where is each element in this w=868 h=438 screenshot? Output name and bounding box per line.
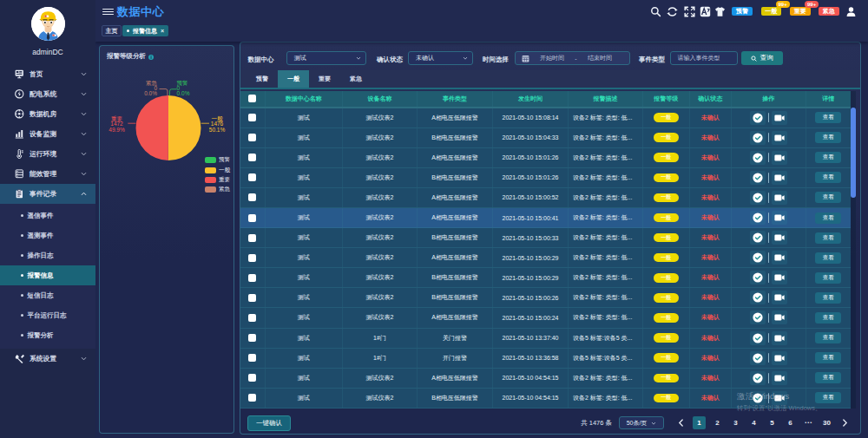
view-button[interactable]: 查看 (815, 212, 841, 224)
user-avatar-icon[interactable] (845, 6, 857, 17)
row-checkbox[interactable] (240, 329, 266, 348)
sidebar-subitem[interactable]: 平台运行日志 (0, 305, 95, 325)
legend-item[interactable]: 紧急 (205, 186, 230, 193)
view-button[interactable]: 查看 (815, 252, 841, 264)
sidebar-subitem[interactable]: 遥信事件 (0, 206, 95, 226)
page-size-select[interactable]: 50条/页 (619, 416, 664, 429)
table-row-4[interactable]: 测试测试仪表2A相电压低限报警2021-05-10 15:00:52设备2 标签… (240, 188, 851, 208)
video-action-button[interactable] (772, 191, 787, 205)
alarm-button-1[interactable]: 一般 (761, 7, 782, 16)
sidebar-subitem[interactable]: 操作日志 (0, 245, 95, 265)
tab-一般[interactable]: 一般 (278, 70, 309, 88)
view-button[interactable]: 查看 (815, 392, 841, 403)
row-checkbox[interactable] (240, 128, 266, 147)
video-action-button[interactable] (772, 231, 787, 245)
page-button-6[interactable]: 6 (784, 416, 797, 429)
confirm-action-button[interactable] (750, 271, 766, 284)
page-ellipsis[interactable]: ... (802, 416, 815, 429)
video-action-button[interactable] (772, 151, 787, 165)
sidebar-item-1[interactable]: 配电系统 (0, 84, 95, 104)
theme-icon[interactable] (714, 6, 726, 17)
row-checkbox[interactable] (240, 268, 266, 287)
page-button-1[interactable]: 1 (693, 416, 706, 429)
row-checkbox[interactable] (240, 168, 266, 187)
legend-item[interactable]: 重要 (205, 177, 230, 184)
view-button[interactable]: 查看 (815, 112, 841, 123)
confirm-select[interactable]: 未确认 (408, 51, 473, 65)
legend-item[interactable]: 一般 (205, 167, 230, 173)
sidebar-subitem[interactable]: 短信日志 (0, 285, 95, 305)
table-row-0[interactable]: 测试测试仪表2A相电压低限报警2021-05-10 15:08:14设备2 标签… (240, 108, 851, 128)
event-type-input[interactable]: 请输入事件类型 (670, 51, 738, 65)
video-action-button[interactable] (772, 251, 787, 265)
confirm-action-button[interactable] (750, 151, 766, 165)
table-row-9[interactable]: 测试测试仪表2B相电压低限报警2021-05-10 15:00:26设备2 标签… (240, 288, 851, 308)
video-action-button[interactable] (772, 311, 787, 324)
avatar[interactable] (31, 7, 65, 41)
confirm-action-button[interactable] (750, 371, 766, 385)
page-button-2[interactable]: 2 (711, 416, 724, 429)
table-row-1[interactable]: 测试测试仪表2B相电压低限报警2021-05-10 15:04:33设备2 标签… (240, 128, 851, 148)
sidebar-item-0[interactable]: 首页 (0, 64, 95, 84)
language-icon[interactable] (700, 6, 711, 17)
tab-重要[interactable]: 重要 (309, 70, 340, 88)
sidebar-subitem[interactable]: 遥测事件 (0, 226, 95, 245)
row-checkbox[interactable] (240, 148, 266, 167)
tab-紧急[interactable]: 紧急 (340, 70, 372, 88)
confirm-action-button[interactable] (750, 331, 766, 345)
view-button[interactable]: 查看 (815, 312, 841, 324)
row-checkbox[interactable] (240, 389, 266, 408)
row-checkbox[interactable] (240, 208, 266, 227)
sidebar-item-5[interactable]: 能效管理 (0, 164, 95, 184)
tab-预警[interactable]: 预警 (247, 70, 278, 88)
view-button[interactable]: 查看 (815, 232, 841, 244)
confirm-action-button[interactable] (750, 211, 766, 225)
confirm-action-button[interactable] (750, 231, 766, 245)
video-action-button[interactable] (772, 111, 787, 125)
video-action-button[interactable] (772, 371, 787, 385)
page-button-5[interactable]: 5 (766, 416, 779, 429)
table-row-5[interactable]: 测试测试仪表2A相电压低限报警2021-05-10 15:00:41设备2 标签… (240, 208, 851, 228)
video-action-button[interactable] (772, 331, 787, 345)
fullscreen-icon[interactable] (684, 6, 695, 17)
sidebar-item-6[interactable]: 事件记录 (0, 184, 95, 204)
page-button-30[interactable]: 30 (820, 416, 833, 429)
legend-item[interactable]: 预警 (205, 157, 230, 164)
video-action-button[interactable] (772, 131, 787, 145)
next-page-button[interactable] (838, 416, 852, 429)
confirm-action-button[interactable] (750, 111, 766, 125)
alarm-button-2[interactable]: 重要 (790, 7, 811, 16)
sidebar-subitem[interactable]: 报警分析 (0, 325, 95, 345)
sidebar-item-3[interactable]: 设备监测 (0, 124, 95, 144)
end-time-input[interactable]: 结束时间 (577, 54, 623, 62)
tag-active[interactable]: 报警信息 × (122, 25, 169, 36)
sidebar-item-7[interactable]: 系统设置 (0, 349, 95, 369)
confirm-action-button[interactable] (750, 351, 766, 365)
row-checkbox[interactable] (240, 288, 266, 307)
table-scrollbar[interactable] (851, 108, 856, 198)
video-action-button[interactable] (772, 271, 787, 284)
tag-home[interactable]: 主页 (102, 25, 122, 36)
view-button[interactable]: 查看 (815, 332, 841, 343)
sidebar-item-4[interactable]: 运行环境 (0, 144, 95, 164)
alarm-button-3[interactable]: 紧急 (819, 7, 839, 16)
alarm-button-0[interactable]: 预警 (732, 7, 753, 16)
search-button[interactable]: 查询 (741, 51, 783, 65)
table-row-8[interactable]: 测试测试仪表2B相电压低限报警2021-05-10 15:00:29设备2 标签… (240, 268, 851, 288)
view-button[interactable]: 查看 (815, 132, 841, 143)
table-row-7[interactable]: 测试测试仪表2A相电压低限报警2021-05-10 15:00:29设备2 标签… (240, 248, 851, 268)
view-button[interactable]: 查看 (815, 292, 841, 304)
refresh-icon[interactable] (667, 6, 678, 17)
sidebar-subitem[interactable]: 报警信息 (0, 265, 95, 285)
view-button[interactable]: 查看 (815, 172, 841, 183)
select-all-checkbox[interactable] (240, 91, 266, 107)
table-row-13[interactable]: 测试测试仪表2A相电压低限报警2021-05-10 04:54:15设备2 标签… (240, 369, 851, 389)
row-checkbox[interactable] (240, 188, 266, 207)
table-row-3[interactable]: 测试测试仪表2B相电压低限报警2021-05-10 15:01:26设备2 标签… (240, 168, 851, 188)
confirm-action-button[interactable] (750, 191, 766, 205)
page-button-3[interactable]: 3 (729, 416, 742, 429)
video-action-button[interactable] (772, 211, 787, 225)
table-row-11[interactable]: 测试1#门关门报警2021-05-10 13:37:40设备5 标签:设备5 类… (240, 329, 851, 349)
datacenter-select[interactable]: 测试 (286, 51, 366, 65)
table-row-6[interactable]: 测试测试仪表2B相电压低限报警2021-05-10 15:00:33设备2 标签… (240, 228, 851, 248)
